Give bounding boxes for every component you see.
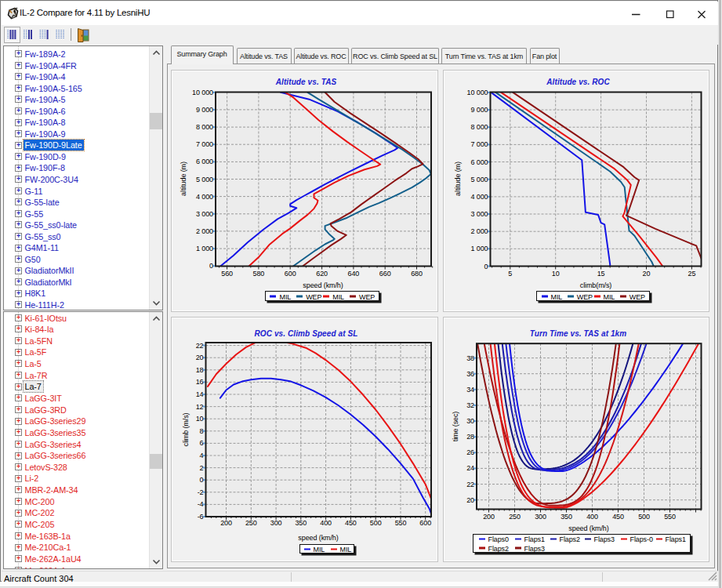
svg-text:34: 34 [466, 386, 474, 394]
svg-text:300: 300 [535, 513, 546, 521]
svg-text:9 000: 9 000 [470, 106, 488, 114]
svg-text:16: 16 [196, 378, 204, 386]
svg-text:6 000: 6 000 [196, 158, 213, 165]
svg-text:500: 500 [638, 513, 650, 521]
svg-text:500: 500 [370, 519, 382, 527]
svg-text:4 000: 4 000 [470, 193, 488, 201]
svg-text:20: 20 [466, 496, 474, 504]
svg-text:altitude (m): altitude (m) [454, 162, 462, 196]
svg-text:560: 560 [221, 270, 233, 278]
svg-text:660: 660 [379, 270, 391, 278]
svg-text:10 000: 10 000 [192, 89, 213, 96]
svg-text:6: 6 [200, 439, 204, 447]
svg-text:1 000: 1 000 [196, 245, 213, 252]
svg-text:2: 2 [200, 464, 204, 472]
svg-text:580: 580 [253, 270, 265, 278]
svg-text:8 000: 8 000 [470, 123, 488, 131]
svg-text:550: 550 [664, 513, 676, 521]
svg-text:25: 25 [688, 270, 695, 278]
svg-text:8: 8 [200, 427, 204, 435]
svg-text:30: 30 [466, 417, 474, 425]
svg-text:14: 14 [196, 390, 204, 398]
svg-text:3 000: 3 000 [196, 210, 213, 218]
svg-text:350: 350 [561, 513, 572, 521]
svg-text:38: 38 [466, 354, 474, 362]
svg-text:20: 20 [643, 270, 651, 278]
svg-text:speed (km/h): speed (km/h) [303, 281, 343, 289]
svg-text:36: 36 [466, 370, 474, 378]
svg-text:350: 350 [295, 519, 307, 527]
svg-text:7 000: 7 000 [196, 140, 213, 148]
svg-text:-2: -2 [198, 488, 204, 496]
svg-text:altitude (m): altitude (m) [180, 162, 187, 196]
svg-text:22: 22 [466, 481, 474, 488]
svg-text:620: 620 [316, 270, 328, 278]
svg-text:400: 400 [586, 513, 598, 521]
svg-text:5: 5 [508, 270, 512, 278]
svg-text:200: 200 [220, 519, 232, 527]
svg-text:250: 250 [245, 519, 257, 527]
svg-text:22: 22 [196, 342, 204, 350]
svg-text:15: 15 [597, 270, 605, 278]
svg-text:7 000: 7 000 [470, 140, 488, 148]
svg-text:24: 24 [466, 464, 474, 472]
svg-text:2 000: 2 000 [470, 227, 488, 235]
svg-text:climb (m/s): climb (m/s) [182, 412, 190, 446]
svg-text:0: 0 [209, 262, 213, 270]
svg-text:250: 250 [509, 513, 521, 521]
svg-text:400: 400 [320, 519, 332, 527]
svg-text:10: 10 [552, 270, 560, 278]
svg-text:-4: -4 [198, 500, 204, 508]
svg-text:4: 4 [200, 452, 204, 459]
svg-text:12: 12 [196, 403, 204, 411]
svg-text:-6: -6 [198, 513, 204, 521]
svg-text:10: 10 [196, 415, 204, 423]
svg-text:680: 680 [411, 270, 423, 278]
svg-text:200: 200 [483, 513, 495, 521]
svg-text:time (sec): time (sec) [452, 412, 459, 442]
svg-text:8 000: 8 000 [196, 123, 213, 131]
svg-text:1 000: 1 000 [470, 245, 488, 252]
svg-text:26: 26 [466, 448, 474, 456]
svg-text:450: 450 [612, 513, 624, 521]
svg-text:climb(m/s): climb(m/s) [580, 281, 612, 289]
svg-text:300: 300 [270, 519, 282, 527]
svg-text:0: 0 [484, 263, 488, 270]
svg-text:600: 600 [419, 519, 431, 527]
svg-text:speed (km/h): speed (km/h) [568, 524, 608, 532]
svg-text:32: 32 [466, 401, 474, 409]
svg-text:3 000: 3 000 [470, 210, 488, 218]
svg-text:speed (km/h): speed (km/h) [298, 534, 338, 542]
svg-text:5 000: 5 000 [196, 176, 213, 183]
svg-text:550: 550 [395, 519, 407, 527]
svg-text:28: 28 [466, 433, 474, 441]
svg-text:2 000: 2 000 [196, 227, 213, 235]
svg-text:10 000: 10 000 [467, 89, 488, 96]
svg-text:450: 450 [345, 519, 357, 527]
svg-text:5 000: 5 000 [470, 176, 488, 183]
svg-text:6 000: 6 000 [470, 158, 488, 166]
svg-text:4 000: 4 000 [196, 193, 213, 201]
svg-text:18: 18 [196, 366, 204, 374]
svg-text:20: 20 [196, 354, 204, 361]
svg-text:600: 600 [285, 270, 296, 278]
svg-text:0: 0 [200, 476, 204, 484]
svg-text:640: 640 [348, 270, 360, 278]
svg-text:9 000: 9 000 [196, 106, 213, 114]
